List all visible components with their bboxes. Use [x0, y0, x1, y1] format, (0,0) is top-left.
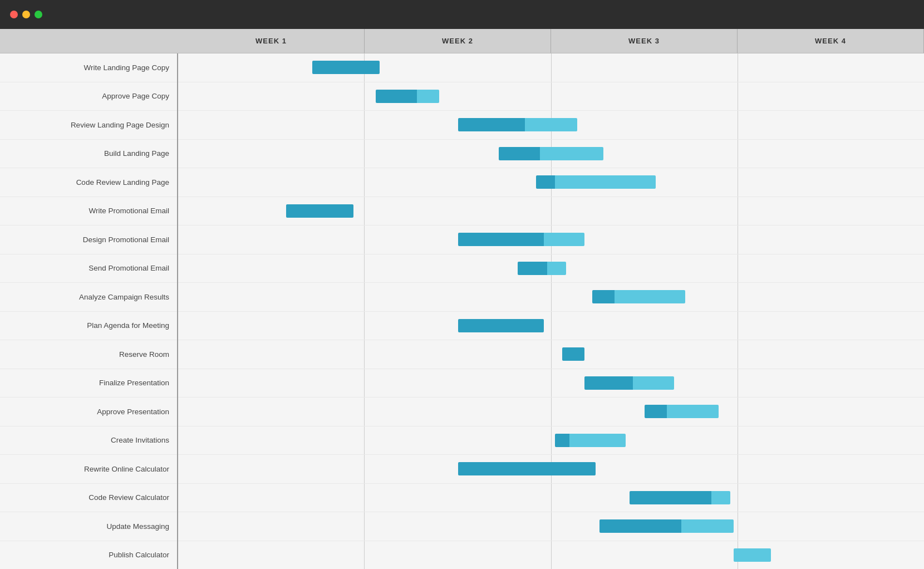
task-label-row: Publish Calculator	[0, 541, 177, 570]
task-label: Approve Presentation	[97, 408, 169, 416]
task-label: Review Landing Page Design	[71, 121, 169, 129]
task-label-row: Design Promotional Email	[0, 225, 177, 254]
week4-header: WEEK 4	[738, 29, 924, 53]
gantt-row	[178, 541, 924, 570]
bar-light-segment	[544, 233, 585, 246]
gantt-row	[178, 426, 924, 455]
gantt-bar[interactable]	[584, 376, 674, 390]
bar-light-segment	[734, 548, 771, 562]
bar-light-segment	[555, 175, 656, 189]
bar-dark-segment	[376, 90, 417, 103]
task-label: Write Promotional Email	[89, 207, 169, 215]
bar-dark-segment	[645, 405, 667, 418]
bar-light-segment	[615, 290, 685, 303]
task-label: Update Messaging	[106, 522, 169, 531]
gantt-row	[178, 455, 924, 484]
gantt-bar[interactable]	[536, 175, 655, 189]
bar-light-segment	[417, 90, 439, 103]
task-label: Create Invitations	[111, 436, 169, 444]
gantt-row	[178, 369, 924, 398]
main-window: WEEK 1 WEEK 2 WEEK 3 WEEK 4 Write Landin…	[0, 29, 924, 569]
chart-area: Write Landing Page CopyApprove Page Copy…	[0, 53, 924, 569]
gantt-bar[interactable]	[518, 262, 566, 275]
task-label: Code Review Calculator	[89, 493, 169, 502]
task-label-row: Update Messaging	[0, 512, 177, 541]
dot-yellow[interactable]	[22, 11, 30, 18]
gantt-row	[178, 168, 924, 197]
bar-dark-segment	[518, 262, 548, 275]
week1-header: WEEK 1	[178, 29, 365, 53]
gantt-bar[interactable]	[734, 548, 771, 562]
gantt-row	[178, 312, 924, 341]
task-label: Build Landing Page	[104, 149, 169, 158]
bar-dark-segment	[458, 319, 544, 332]
bar-dark-segment	[312, 61, 380, 74]
week2-header: WEEK 2	[365, 29, 551, 53]
gantt-bar[interactable]	[592, 290, 686, 303]
task-label-row: Finalize Presentation	[0, 369, 177, 398]
dot-green[interactable]	[35, 11, 42, 18]
task-label-row: Build Landing Page	[0, 140, 177, 169]
task-label-row: Code Review Landing Page	[0, 168, 177, 197]
gantt-bar[interactable]	[376, 90, 439, 103]
task-label: Write Landing Page Copy	[83, 63, 169, 72]
bar-light-segment	[711, 491, 730, 504]
task-label: Finalize Presentation	[99, 379, 169, 387]
week-header: WEEK 1 WEEK 2 WEEK 3 WEEK 4	[0, 29, 924, 53]
task-label-row: Write Promotional Email	[0, 197, 177, 226]
task-label-row: Plan Agenda for Meeting	[0, 312, 177, 341]
gantt-row	[178, 484, 924, 513]
gantt-bar[interactable]	[286, 204, 353, 218]
bar-dark-segment	[536, 175, 554, 189]
bar-dark-segment	[562, 347, 584, 361]
task-label-row: Create Invitations	[0, 426, 177, 455]
gantt-row	[178, 82, 924, 111]
bar-dark-segment	[458, 233, 544, 246]
gantt-bar[interactable]	[458, 118, 577, 131]
task-label-row: Review Landing Page Design	[0, 111, 177, 140]
bar-light-segment	[547, 262, 566, 275]
gantt-row	[178, 140, 924, 169]
task-label: Approve Page Copy	[102, 92, 169, 100]
gantt-bar[interactable]	[499, 147, 603, 160]
bar-dark-segment	[286, 204, 353, 218]
gantt-row	[178, 512, 924, 541]
task-label: Publish Calculator	[109, 551, 169, 559]
bar-dark-segment	[555, 434, 570, 447]
task-label-row: Rewrite Online Calculator	[0, 455, 177, 484]
gantt-row	[178, 111, 924, 140]
bar-light-segment	[667, 405, 719, 418]
gantt-row	[178, 340, 924, 369]
bar-dark-segment	[599, 519, 681, 533]
task-label: Rewrite Online Calculator	[84, 465, 169, 473]
bar-dark-segment	[499, 147, 540, 160]
bar-dark-segment	[630, 491, 711, 504]
gantt-bar[interactable]	[630, 491, 730, 504]
task-label-row: Analyze Campaign Results	[0, 283, 177, 312]
gantt-row	[178, 197, 924, 226]
gantt-bar[interactable]	[458, 462, 596, 475]
gantt-bar[interactable]	[458, 319, 544, 332]
task-label: Reserve Room	[119, 350, 169, 359]
gantt-row	[178, 283, 924, 312]
task-label-row: Approve Presentation	[0, 398, 177, 426]
gantt-bar[interactable]	[645, 405, 719, 418]
gantt-bar[interactable]	[562, 347, 584, 361]
gantt-row	[178, 225, 924, 254]
bar-light-segment	[681, 519, 734, 533]
bar-light-segment	[633, 376, 674, 390]
bar-light-segment	[569, 434, 625, 447]
title-bar	[0, 0, 924, 29]
gantt-row	[178, 53, 924, 82]
gantt-bar[interactable]	[312, 61, 380, 74]
task-label: Analyze Campaign Results	[79, 293, 169, 301]
gantt-bar[interactable]	[555, 434, 626, 447]
gantt-bar[interactable]	[458, 233, 585, 246]
task-label-row: Write Landing Page Copy	[0, 53, 177, 82]
bar-light-segment	[525, 118, 577, 131]
bar-dark-segment	[458, 462, 596, 475]
gantt-bar[interactable]	[599, 519, 734, 533]
dot-red[interactable]	[10, 11, 18, 18]
task-label-row: Reserve Room	[0, 340, 177, 369]
gantt-grid	[178, 53, 924, 569]
